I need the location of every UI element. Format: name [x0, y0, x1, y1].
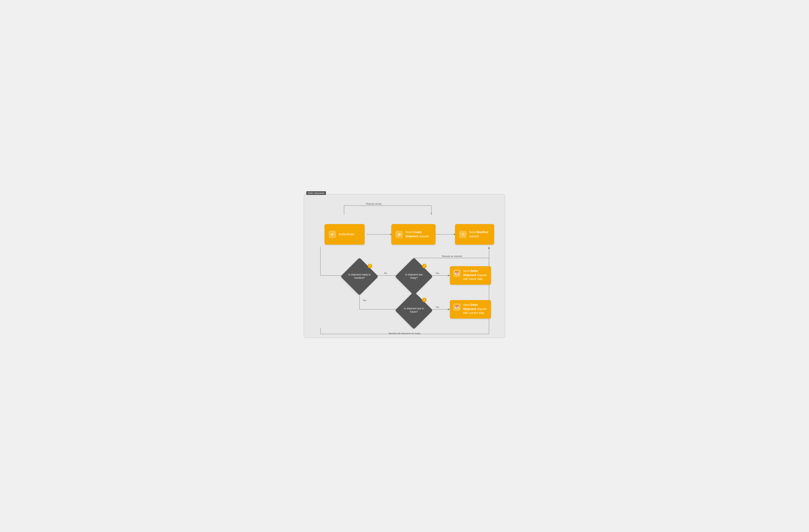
diamond-due-future-text: Is shipment due in future?: [403, 307, 425, 314]
bottom-label: Manifest all shipments for today: [389, 332, 420, 335]
repeats-as-required-label: Repeats as required: [442, 255, 462, 258]
diamond-due-today-wrapper: ? Is shipment due today?: [399, 262, 428, 291]
diagram-container: Repeats all day No Yes Yes Yes Repeats a…: [304, 194, 505, 338]
diamond-due-today-question-icon: ?: [422, 264, 427, 268]
diamond-ready: ? Is shipment ready to manifest?: [341, 258, 378, 295]
diamond-ready-text: Is shipment ready to manifest?: [348, 273, 371, 280]
authenticate-label: Authenticate: [339, 232, 355, 236]
authenticate-icon: ✔: [329, 231, 336, 238]
defer-future-icon: 📅: [453, 269, 461, 277]
defer-current-icon: 📅: [453, 303, 461, 311]
defer-current-box: 📅 Send Defer Shipment request with curre…: [450, 300, 491, 319]
create-shipment-label: Send Create Shipment request: [405, 230, 431, 238]
diagram-outer: Defer shipments: [304, 194, 505, 338]
repeats-all-day-label: Repeats all day: [366, 202, 382, 205]
yes1-label: Yes: [435, 272, 439, 274]
diamond-due-future: ? Is shipment due in future?: [395, 291, 433, 329]
yes3-label: Yes: [435, 306, 439, 308]
diamond-due-future-wrapper: ? Is shipment due in future?: [399, 296, 428, 325]
diamond-due-future-question-icon: ?: [422, 298, 427, 302]
diamond-due-today-text: Is shipment due today?: [403, 273, 425, 280]
defer-current-label: Send Defer Shipment request with current…: [463, 303, 488, 315]
authenticate-box: ✔ Authenticate: [325, 224, 365, 245]
manifest-label: Send Manifest request: [469, 230, 490, 238]
yes2-label: Yes: [363, 299, 366, 302]
diamond-ready-question-icon: ?: [368, 264, 372, 268]
no-label: No: [384, 272, 387, 274]
manifest-icon: ⊡: [459, 231, 467, 238]
title-badge: Defer shipments: [306, 191, 326, 195]
manifest-box: ⊡ Send Manifest request: [455, 224, 494, 245]
defer-future-box: 📅 Send Defer Shipment request with futur…: [450, 266, 491, 285]
diamond-due-today: ? Is shipment due today?: [395, 258, 433, 295]
defer-future-label: Send Defer Shipment request with future …: [463, 269, 488, 281]
diamond-ready-wrapper: ? Is shipment ready to manifest?: [345, 262, 374, 291]
create-shipment-box: ⊕ Send Create Shipment request: [391, 224, 435, 245]
create-shipment-icon: ⊕: [395, 231, 403, 238]
